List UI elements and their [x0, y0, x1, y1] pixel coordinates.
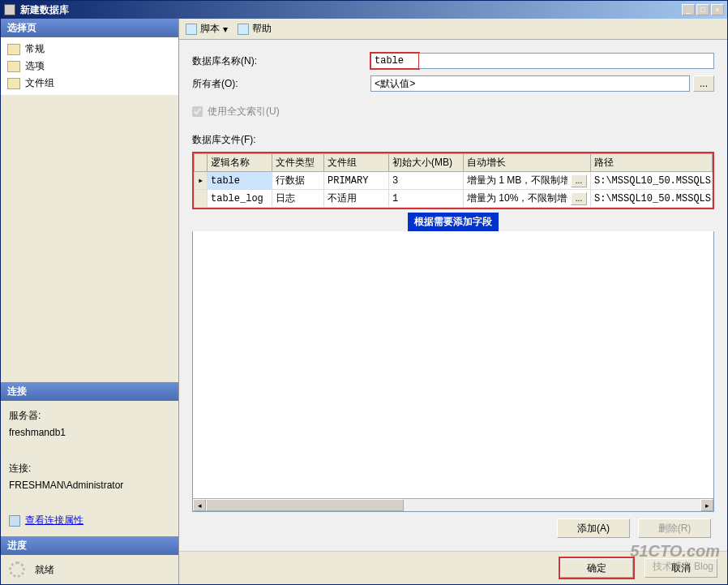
- help-button[interactable]: 帮助: [238, 22, 272, 36]
- fulltext-checkbox: [192, 106, 203, 117]
- script-icon: [186, 24, 197, 35]
- server-value: freshmandb1: [9, 424, 170, 442]
- cell-path: S:\MSSQL10_50.MSSQLSE: [591, 190, 713, 208]
- cell-size[interactable]: 1: [389, 190, 464, 208]
- status-text: 就绪: [35, 563, 54, 577]
- db-name-input-ext[interactable]: [419, 53, 714, 69]
- owner-browse-button[interactable]: ...: [693, 75, 714, 92]
- col-path[interactable]: 路径: [591, 154, 713, 172]
- page-label: 选项: [25, 59, 45, 73]
- cell-size[interactable]: 3: [389, 172, 464, 190]
- col-logical-name[interactable]: 逻辑名称: [208, 154, 272, 172]
- page-options[interactable]: 选项: [4, 58, 175, 75]
- col-autogrowth[interactable]: 自动增长: [464, 154, 591, 172]
- remove-button: 删除(R): [638, 518, 711, 538]
- titlebar: 新建数据库 _ □ ×: [1, 1, 727, 19]
- cell-name[interactable]: table: [208, 172, 272, 190]
- page-icon: [7, 44, 20, 55]
- cell-path: S:\MSSQL10_50.MSSQLSE: [591, 172, 713, 190]
- cell-group: 不适用: [324, 190, 389, 208]
- page-filegroups[interactable]: 文件组: [4, 75, 175, 92]
- cell-growth: 增量为 10%，不限制增长: [467, 191, 567, 205]
- owner-label: 所有者(O):: [192, 77, 370, 91]
- col-initial-size[interactable]: 初始大小(MB): [389, 154, 464, 172]
- properties-icon: [9, 515, 20, 527]
- app-icon: [4, 4, 15, 15]
- script-label: 脚本: [200, 22, 220, 36]
- page-icon: [7, 61, 20, 72]
- annotation-note: 根据需要添加字段: [408, 213, 499, 231]
- connection-header: 连接: [1, 382, 178, 401]
- help-label: 帮助: [252, 22, 272, 36]
- database-files-table: 逻辑名称 文件类型 文件组 初始大小(MB) 自动增长 路径: [194, 153, 713, 208]
- scroll-right-button[interactable]: ▸: [700, 499, 713, 511]
- fulltext-label: 使用全文索引(U): [208, 105, 280, 118]
- cell-type: 行数据: [272, 172, 324, 190]
- col-filegroup[interactable]: 文件组: [324, 154, 389, 172]
- owner-input[interactable]: [370, 75, 690, 92]
- script-button[interactable]: 脚本 ▾: [186, 22, 228, 36]
- cell-type: 日志: [272, 190, 324, 208]
- minimize-button[interactable]: _: [682, 4, 695, 15]
- window-title: 新建数据库: [20, 3, 682, 17]
- close-button[interactable]: ×: [711, 4, 724, 15]
- page-label: 文件组: [25, 76, 54, 90]
- table-row[interactable]: ▸ table 行数据 PRIMARY 3 增量为 1 MB，不限制增长... …: [195, 172, 713, 190]
- help-icon: [238, 24, 249, 35]
- growth-edit-button[interactable]: ...: [571, 174, 587, 187]
- growth-edit-button[interactable]: ...: [571, 192, 587, 205]
- horizontal-scrollbar[interactable]: ◂ ▸: [193, 498, 713, 511]
- cancel-button[interactable]: 取消: [644, 558, 717, 578]
- files-label: 数据库文件(F):: [192, 133, 714, 147]
- page-icon: [7, 78, 20, 89]
- add-button[interactable]: 添加(A): [557, 518, 630, 538]
- cell-name[interactable]: table_log: [208, 190, 272, 208]
- connection-value: FRESHMAN\Administrator: [9, 477, 170, 495]
- view-connection-properties-link[interactable]: 查看连接属性: [25, 512, 84, 530]
- page-label: 常规: [25, 42, 45, 56]
- scroll-thumb[interactable]: [206, 499, 404, 511]
- col-file-type[interactable]: 文件类型: [272, 154, 324, 172]
- ok-button[interactable]: 确定: [560, 558, 633, 578]
- server-label: 服务器:: [9, 407, 170, 425]
- dropdown-icon: ▾: [223, 24, 228, 35]
- select-page-header: 选择页: [1, 19, 178, 37]
- cell-growth: 增量为 1 MB，不限制增长: [467, 174, 567, 187]
- maximize-button[interactable]: □: [696, 4, 709, 15]
- connection-label: 连接:: [9, 460, 170, 478]
- cell-group: PRIMARY: [324, 172, 389, 190]
- progress-header: 进度: [1, 536, 178, 555]
- scroll-left-button[interactable]: ◂: [193, 499, 206, 511]
- progress-ring-icon: [9, 561, 25, 578]
- db-name-label: 数据库名称(N):: [192, 54, 370, 68]
- table-row[interactable]: table_log 日志 不适用 1 增量为 10%，不限制增长... S:\M…: [195, 190, 713, 208]
- page-general[interactable]: 常规: [4, 41, 175, 58]
- db-name-input[interactable]: [370, 53, 419, 69]
